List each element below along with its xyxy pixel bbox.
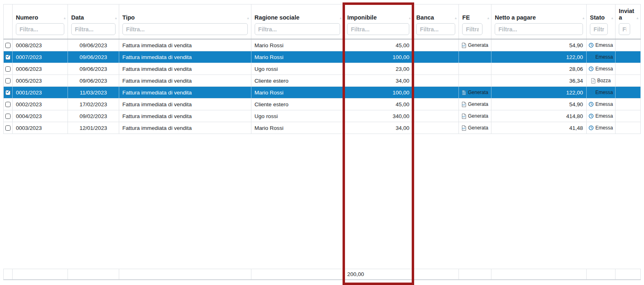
sort-arrow-icon[interactable]: ▲: [611, 16, 614, 20]
cell-stato: Emessa: [587, 51, 616, 63]
row-checkbox[interactable]: [5, 66, 11, 72]
column-label-banca[interactable]: Banca: [416, 14, 455, 21]
cell-fe: Generata: [459, 99, 491, 110]
stato-text: Emessa: [595, 66, 613, 72]
row-checkbox-cell: [4, 75, 13, 86]
fe-text: Generata: [468, 42, 488, 48]
filter-input-ragione_sociale[interactable]: [255, 23, 341, 35]
filter-input-netto_a_pagare[interactable]: [495, 23, 583, 35]
row-checkbox[interactable]: [5, 78, 11, 83]
table-row[interactable]: 0002/202317/02/2023Fattura immediata di …: [3, 99, 641, 110]
cell-netto_a_pagare: 36,34: [491, 75, 587, 86]
row-checkbox[interactable]: [5, 114, 11, 119]
file-code-icon: [462, 125, 466, 131]
file-code-icon: [462, 43, 466, 48]
file-code-icon: [462, 114, 466, 119]
table-row[interactable]: 0005/202309/06/2023Fattura immediata di …: [3, 75, 641, 87]
cell-data: 12/01/2023: [68, 122, 119, 134]
cell-imponibile: 100,00: [344, 87, 413, 98]
table-row[interactable]: 0003/202312/01/2023Fattura immediata di …: [3, 122, 641, 134]
fe-text: Generata: [468, 90, 488, 95]
cell-numero: 0008/2023: [13, 39, 68, 51]
table-row[interactable]: 0004/202309/02/2023Fattura immediata di …: [3, 110, 641, 122]
table-row[interactable]: 0007/202309/06/2023Fattura immediata di …: [3, 51, 641, 63]
fe-text: Generata: [468, 113, 488, 119]
sort-arrow-icon[interactable]: ▲: [114, 16, 118, 20]
row-checkbox-checked[interactable]: [5, 55, 11, 60]
footer-cell-numero: [13, 269, 68, 279]
cell-data: 09/06/2023: [68, 63, 119, 75]
clock-icon: [589, 55, 594, 59]
sort-arrow-icon[interactable]: ▲: [636, 16, 639, 20]
cell-numero: 0006/2023: [13, 63, 68, 75]
filter-input-stato[interactable]: [590, 23, 608, 35]
cell-banca: [413, 39, 459, 51]
stato-text: Emessa: [595, 42, 613, 48]
filter-input-fe[interactable]: [462, 23, 482, 35]
filter-input-inviata[interactable]: [619, 23, 630, 35]
filter-input-imponibile[interactable]: [347, 23, 409, 35]
column-header-stato: Stato▲: [587, 4, 616, 39]
sort-arrow-icon[interactable]: ▲: [339, 16, 343, 20]
cell-netto_a_pagare: 414,80: [491, 110, 587, 122]
cell-inviata: [616, 99, 641, 110]
row-checkbox[interactable]: [5, 125, 11, 131]
file-code-icon: [462, 90, 466, 95]
sort-arrow-icon[interactable]: ▲: [487, 16, 490, 20]
sort-arrow-icon[interactable]: ▲: [582, 16, 585, 20]
filter-input-tipo[interactable]: [122, 23, 248, 35]
row-checkbox-checked[interactable]: [5, 90, 11, 95]
table-row[interactable]: 0008/202309/06/2023Fattura immediata di …: [3, 39, 641, 51]
row-checkbox-cell: [4, 122, 13, 134]
cell-imponibile: 45,00: [344, 99, 413, 110]
cell-inviata: [616, 51, 641, 63]
sort-arrow-icon[interactable]: ▲: [247, 16, 250, 20]
column-label-ragione_sociale[interactable]: Ragione sociale: [255, 14, 341, 21]
column-label-data[interactable]: Data: [71, 14, 116, 21]
cell-banca: [413, 87, 459, 98]
cell-stato: Emessa: [587, 63, 616, 75]
table-header-row: Numero▲Data▲Tipo▲Ragione sociale▲Imponib…: [3, 4, 641, 39]
column-label-numero[interactable]: Numero: [16, 14, 64, 21]
row-checkbox[interactable]: [5, 102, 11, 107]
cell-inviata: [616, 87, 641, 98]
cell-banca: [413, 63, 459, 75]
filter-input-data[interactable]: [71, 23, 116, 35]
cell-data: 17/02/2023: [68, 99, 119, 110]
cell-imponibile: 100,00: [344, 51, 413, 63]
draft-file-icon: [591, 78, 596, 83]
column-label-fe[interactable]: FE: [462, 14, 488, 21]
column-label-inviata[interactable]: Inviata: [619, 8, 637, 21]
cell-inviata: [616, 75, 641, 86]
sort-arrow-icon[interactable]: ▲: [63, 16, 66, 20]
row-checkbox-cell: [4, 99, 13, 110]
table-row[interactable]: 0001/202311/03/2023Fattura immediata di …: [3, 87, 641, 99]
column-label-stato[interactable]: Stato: [590, 14, 612, 21]
column-label-netto_a_pagare[interactable]: Netto a pagare: [495, 14, 583, 21]
sort-arrow-icon[interactable]: ▲: [408, 16, 411, 20]
column-label-imponibile[interactable]: Imponibile: [347, 14, 409, 21]
table-row[interactable]: 0006/202309/06/2023Fattura immediata di …: [3, 63, 641, 75]
invoice-list-page: Numero▲Data▲Tipo▲Ragione sociale▲Imponib…: [0, 0, 644, 285]
stato-text: Emessa: [595, 113, 613, 119]
cell-banca: [413, 51, 459, 63]
row-checkbox[interactable]: [5, 43, 11, 48]
cell-ragione_sociale: Mario Rossi: [251, 51, 344, 63]
column-header-imponibile: Imponibile▲: [344, 4, 413, 39]
filter-input-numero[interactable]: [16, 23, 64, 35]
column-label-tipo[interactable]: Tipo: [122, 14, 248, 21]
cell-ragione_sociale: Ugo rossi: [251, 110, 344, 122]
table-empty-area: [3, 134, 641, 269]
cell-ragione_sociale: Mario Rossi: [251, 39, 344, 51]
cell-stato: Emessa: [587, 87, 616, 98]
clock-icon: [589, 125, 594, 130]
footer-cell-tipo: [119, 269, 251, 279]
cell-numero: 0007/2023: [13, 51, 68, 63]
sort-arrow-icon[interactable]: ▲: [454, 16, 457, 20]
cell-fe: [459, 75, 491, 86]
cell-tipo: Fattura immediata di vendita: [119, 122, 251, 134]
column-header-fe: FE▲: [459, 4, 491, 39]
row-checkbox-cell: [4, 51, 13, 63]
cell-stato: Emessa: [587, 110, 616, 122]
filter-input-banca[interactable]: [416, 23, 455, 35]
